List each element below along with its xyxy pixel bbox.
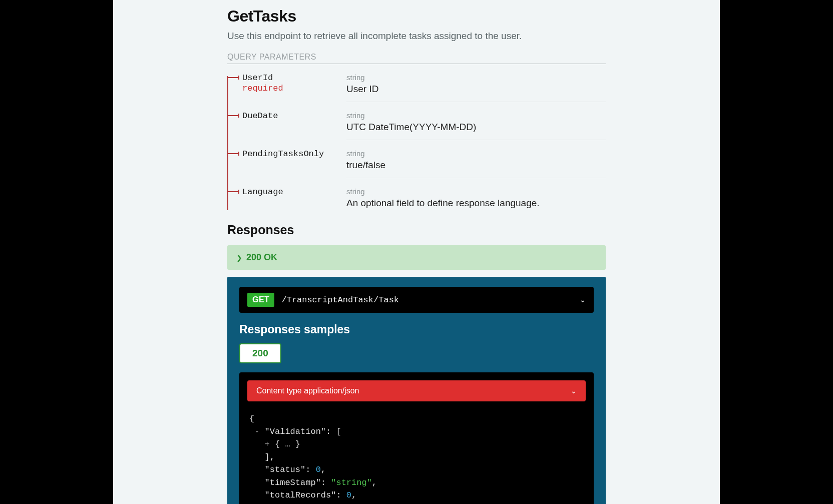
chevron-down-icon: ⌄ — [580, 296, 586, 304]
response-200-toggle[interactable]: ❯ 200 OK — [227, 245, 606, 270]
param-type: string — [346, 73, 606, 82]
endpoint-path: /TranscriptAndTask/Task — [281, 295, 573, 305]
tab-200[interactable]: 200 — [239, 343, 281, 363]
tree-branch-icon — [227, 191, 238, 192]
param-row-userid: UserId required string User ID — [227, 64, 606, 102]
param-name: PendingTasksOnly — [242, 149, 324, 159]
query-parameters-label: QUERY PARAMETERS — [227, 53, 606, 64]
tree-branch-icon — [227, 77, 238, 78]
content-type-label: Content type application/json — [256, 386, 571, 395]
responses-heading: Responses — [227, 223, 606, 237]
param-description: UTC DateTime(YYYY-MM-DD) — [346, 122, 606, 133]
param-description: An optional field to define response lan… — [346, 198, 606, 209]
param-type: string — [346, 187, 606, 196]
param-row-duedate: DueDate string UTC DateTime(YYYY-MM-DD) — [227, 102, 606, 140]
expand-toggle-icon[interactable]: + — [265, 439, 270, 449]
json-sample: { - "Validation": [ + { … } ], "status":… — [247, 412, 586, 504]
samples-panel: GET /TranscriptAndTask/Task ⌄ Responses … — [227, 277, 606, 504]
code-panel: Content type application/json ⌄ { - "Val… — [239, 372, 594, 504]
param-description: true/false — [346, 160, 606, 171]
http-method-badge: GET — [247, 293, 274, 307]
collapse-toggle-icon[interactable]: - — [254, 427, 259, 436]
query-parameters-list: UserId required string User ID DueDate s… — [227, 64, 606, 216]
responses-samples-heading: Responses samples — [239, 323, 594, 336]
param-required-label: required — [242, 84, 346, 93]
tree-branch-icon — [227, 115, 238, 116]
param-type: string — [346, 149, 606, 158]
param-type: string — [346, 111, 606, 120]
content-type-selector[interactable]: Content type application/json ⌄ — [247, 380, 586, 401]
chevron-right-icon: ❯ — [236, 254, 242, 262]
param-row-pendingtasksonly: PendingTasksOnly string true/false — [227, 140, 606, 178]
tree-branch-icon — [227, 153, 238, 154]
page-title: GetTasks — [227, 7, 606, 26]
response-status-label: 200 OK — [246, 252, 277, 263]
page-subtitle: Use this endpoint to retrieve all incomp… — [227, 31, 606, 42]
chevron-down-icon: ⌄ — [571, 387, 577, 395]
param-row-language: Language string An optional field to def… — [227, 178, 606, 216]
param-name: DueDate — [242, 111, 278, 121]
endpoint-bar[interactable]: GET /TranscriptAndTask/Task ⌄ — [239, 287, 594, 313]
param-name: UserId — [242, 73, 273, 83]
param-name: Language — [242, 187, 283, 197]
param-description: User ID — [346, 84, 606, 95]
